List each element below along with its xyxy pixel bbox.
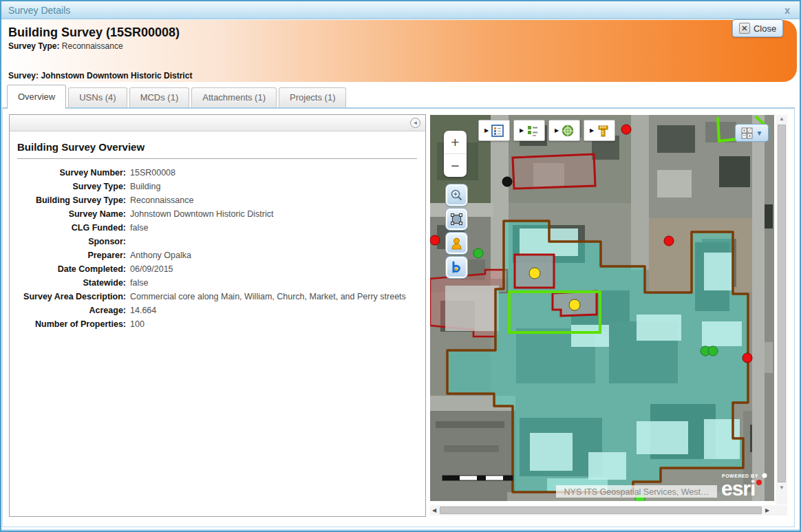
map-horizontal-scrollbar[interactable]: ◀ ▶ xyxy=(430,505,787,515)
field-list: Survey Number: 15SR00008 Survey Type: Bu… xyxy=(17,167,417,330)
field-label: Survey Type: xyxy=(17,181,126,192)
tab[interactable]: MCDs (1) xyxy=(129,87,190,107)
field-value: 06/09/2015 xyxy=(130,264,173,275)
person-icon xyxy=(450,237,463,250)
tab[interactable]: USNs (4) xyxy=(68,87,127,107)
ruler-icon xyxy=(597,125,609,137)
magnifier-plus-icon xyxy=(450,189,463,202)
tab-strip: Overview USNs (4) MCDs (1) Attachments (… xyxy=(7,85,346,109)
survey-name-line: Survey: Johnstown Downtown Historic Dist… xyxy=(8,71,192,81)
map-marker[interactable] xyxy=(502,177,512,187)
field-value: 100 xyxy=(130,319,145,330)
scroll-down-arrow[interactable]: ▼ xyxy=(779,484,784,492)
map-scalebar xyxy=(442,476,513,480)
expander-arrow-icon: ▶ xyxy=(520,127,524,134)
bing-maps-tool-button[interactable] xyxy=(446,257,467,278)
field-label: Number of Properties: xyxy=(17,319,126,330)
field-label: Sponsor: xyxy=(17,236,126,247)
close-button-label: Close xyxy=(754,23,776,34)
field-row: Number of Properties: 100 xyxy=(17,319,417,330)
layer-list-tool-button[interactable]: ▶ xyxy=(513,120,545,141)
field-value: Anthony Opalka xyxy=(130,250,191,261)
field-row: Sponsor: xyxy=(17,236,417,247)
field-row: Preparer: Anthony Opalka xyxy=(17,250,417,261)
legend-icon xyxy=(491,125,504,137)
map-marker[interactable] xyxy=(743,353,752,363)
attribution-text: NYS ITS Geospatial Services, West… xyxy=(564,487,709,497)
survey-header-title: Building Survey (15SR00008) xyxy=(8,25,790,40)
survey-type-line: Survey Type: Reconnaissance xyxy=(8,41,790,51)
field-value: Johnstown Downtown Historic District xyxy=(130,209,273,220)
horizontal-scroll-thumb[interactable] xyxy=(440,507,762,514)
title-divider xyxy=(17,158,417,159)
field-label: Preparer: xyxy=(17,250,126,261)
close-button-x-icon: ✕ xyxy=(739,23,750,34)
field-row: Survey Area Description: Commercial core… xyxy=(17,291,417,302)
field-label: Statewide: xyxy=(17,277,126,288)
window-titlebar: Survey Details x xyxy=(1,1,800,19)
map-marker[interactable] xyxy=(473,248,483,258)
field-label: Survey Area Description: xyxy=(17,291,126,302)
window-title: Survey Details xyxy=(8,5,70,16)
map-marker[interactable] xyxy=(430,235,440,245)
expander-arrow-icon: ▶ xyxy=(555,127,559,134)
measure-tool-button[interactable]: ▶ xyxy=(584,120,615,141)
field-value: Building xyxy=(130,181,160,192)
field-value: 14.664 xyxy=(130,305,156,316)
field-value: false xyxy=(130,277,148,288)
field-row: CLG Funded: false xyxy=(17,222,417,233)
field-row: Survey Name: Johnstown Downtown Historic… xyxy=(17,209,417,220)
esri-wordmark: esri xyxy=(721,477,755,500)
field-row: Statewide: false xyxy=(17,277,417,288)
scroll-right-arrow[interactable]: ▶ xyxy=(763,507,771,513)
survey-type-label: Survey Type: xyxy=(8,41,59,51)
zoom-select-tool-button[interactable] xyxy=(446,184,467,206)
collapse-panel-icon[interactable]: ◂ xyxy=(410,118,420,128)
expander-arrow-icon: ▶ xyxy=(590,127,594,134)
scroll-up-arrow[interactable]: ▲ xyxy=(779,115,784,123)
tab[interactable]: Overview xyxy=(7,85,66,109)
tab[interactable]: Attachments (1) xyxy=(191,87,277,107)
basemap-gallery-button[interactable]: ▼ xyxy=(735,124,769,142)
field-label: Acreage: xyxy=(17,305,126,316)
esri-red-dot xyxy=(756,480,762,485)
zoom-out-button[interactable]: − xyxy=(444,154,467,177)
zoom-in-button[interactable]: + xyxy=(444,131,467,154)
field-value: Reconnaissance xyxy=(130,195,193,206)
field-row: Building Survey Type: Reconnaissance xyxy=(17,195,417,206)
tab[interactable]: Projects (1) xyxy=(279,87,346,107)
field-value: false xyxy=(130,222,148,233)
field-row: Acreage: 14.664 xyxy=(17,305,417,316)
legend-tool-button[interactable]: ▶ xyxy=(478,120,510,141)
scroll-left-arrow[interactable]: ◀ xyxy=(430,507,438,513)
field-label: Survey Name: xyxy=(17,209,126,220)
overview-panel-body: Building Survey Overview Survey Number: … xyxy=(10,131,425,330)
window-close-icon[interactable]: x xyxy=(782,5,793,16)
streetview-tool-button[interactable] xyxy=(446,233,467,254)
map-marker[interactable] xyxy=(529,268,540,279)
close-button[interactable]: ✕ Close xyxy=(732,19,783,37)
overview-panel: ◂ Building Survey Overview Survey Number… xyxy=(9,114,426,517)
overview-panel-title: Building Survey Overview xyxy=(17,138,417,158)
field-row: Date Completed: 06/09/2015 xyxy=(17,264,417,275)
map-marker[interactable] xyxy=(621,125,631,134)
map-marker[interactable] xyxy=(569,299,580,310)
map-marker[interactable] xyxy=(708,346,718,356)
map-marker[interactable] xyxy=(664,236,674,246)
map-canvas: NYS ITS Geospatial Services, West… POWER… xyxy=(430,115,774,501)
overview-panel-header: ◂ xyxy=(10,115,425,131)
survey-header-banner: Building Survey (15SR00008) Survey Type:… xyxy=(1,20,797,82)
map-viewport[interactable]: NYS ITS Geospatial Services, West… POWER… xyxy=(430,115,774,501)
map-vertical-scrollbar[interactable]: ▲ ▼ xyxy=(776,115,787,504)
red-parcel-top[interactable] xyxy=(513,154,595,189)
field-label: Building Survey Type: xyxy=(17,195,126,206)
survey-type-value: Reconnaissance xyxy=(62,41,123,51)
map-attribution: NYS ITS Geospatial Services, West… xyxy=(556,485,717,498)
building-footprint-gray xyxy=(445,286,499,331)
locate-tool-button[interactable]: ▶ xyxy=(548,120,580,141)
bing-logo-icon xyxy=(450,261,463,274)
field-value: Commercial core along Main, William, Chu… xyxy=(130,291,406,302)
vertical-scroll-thumb[interactable] xyxy=(778,125,786,482)
field-label: Survey Number: xyxy=(17,167,126,178)
select-extent-tool-button[interactable] xyxy=(446,209,467,230)
